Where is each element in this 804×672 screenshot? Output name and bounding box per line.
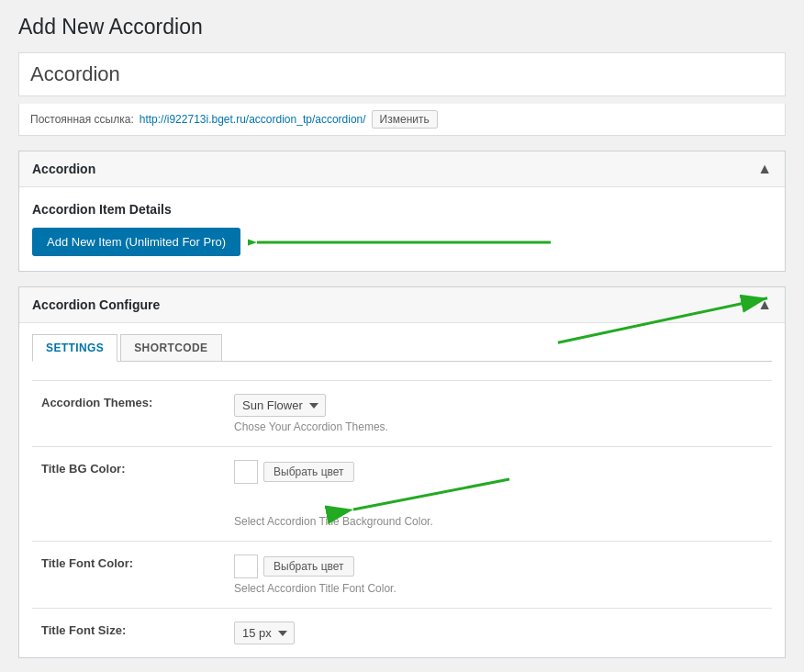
font-color-pick-btn[interactable]: Выбрать цвет — [263, 556, 354, 577]
accordion-panel-header[interactable]: Accordion ▲ — [19, 151, 785, 187]
themes-hint: Chose Your Accordion Themes. — [234, 420, 763, 433]
bg-color-row: Title BG Color: Выбрать цвет — [32, 447, 772, 542]
permalink-label: Постоянная ссылка: — [30, 113, 134, 126]
tab-shortcode[interactable]: SHORTCODE — [120, 334, 221, 361]
page-title: Add New Accordion — [18, 15, 786, 39]
permalink-url[interactable]: http://i922713i.bget.ru/accordion_tp/acc… — [140, 113, 366, 126]
bg-color-label: Title BG Color: — [32, 447, 216, 542]
configure-panel-title: Accordion Configure — [32, 297, 160, 312]
themes-control: Sun Flower Default Blue Green Dark Chose… — [216, 381, 772, 447]
bg-color-swatch — [234, 460, 258, 484]
page-wrapper: Add New Accordion Постоянная ссылка: htt… — [0, 0, 804, 672]
title-input[interactable] — [19, 53, 785, 95]
font-size-row: Title Font Size: 10 px 12 px 13 px 14 px… — [32, 609, 772, 658]
configure-panel-header[interactable]: Accordion Configure ▲ — [19, 287, 785, 323]
title-input-box — [18, 52, 786, 96]
bg-color-pick-row: Выбрать цвет — [234, 460, 763, 484]
add-new-item-btn[interactable]: Add New Item (Unlimited For Pro) — [32, 228, 240, 256]
themes-select[interactable]: Sun Flower Default Blue Green Dark — [234, 394, 326, 417]
permalink-change-btn[interactable]: Изменить — [372, 110, 438, 129]
font-color-row: Title Font Color: Выбрать цвет Select Ac… — [32, 542, 772, 609]
themes-row: Accordion Themes: Sun Flower Default Blu… — [32, 381, 772, 447]
font-color-control: Выбрать цвет Select Accordion Title Font… — [216, 542, 772, 609]
accordion-panel: Accordion ▲ Accordion Item Details Add N… — [18, 151, 786, 272]
configure-panel-body: SETTINGS SHORTCODE Accordion Themes: Sun… — [19, 323, 785, 657]
tabs-row: SETTINGS SHORTCODE — [32, 334, 772, 362]
bg-color-pick-btn[interactable]: Выбрать цвет — [263, 462, 354, 482]
bg-color-hint: Select Accordion Title Background Color. — [234, 515, 763, 528]
font-color-pick-row: Выбрать цвет — [234, 554, 763, 578]
svg-line-5 — [353, 479, 509, 510]
accordion-panel-body: Accordion Item Details Add New Item (Unl… — [19, 187, 785, 271]
item-details-label: Accordion Item Details — [32, 202, 772, 217]
font-size-label: Title Font Size: — [32, 609, 216, 658]
accordion-panel-toggle-icon[interactable]: ▲ — [757, 161, 772, 177]
accordion-panel-title: Accordion — [32, 162, 95, 176]
configure-panel: Accordion Configure ▲ SETTINGS — [18, 286, 786, 658]
font-size-control: 10 px 12 px 13 px 14 px 15 px 16 px 18 p… — [216, 609, 772, 658]
themes-label: Accordion Themes: — [32, 381, 216, 447]
add-item-row: Add New Item (Unlimited For Pro) — [32, 228, 772, 256]
tab-settings[interactable]: SETTINGS — [32, 334, 117, 362]
permalink-bar: Постоянная ссылка: http://i922713i.bget.… — [18, 104, 786, 136]
arrow-3-container — [234, 484, 763, 511]
configure-panel-toggle-icon[interactable]: ▲ — [757, 297, 772, 313]
settings-table: Accordion Themes: Sun Flower Default Blu… — [32, 380, 772, 657]
arrow-1-svg — [248, 229, 560, 256]
font-size-select[interactable]: 10 px 12 px 13 px 14 px 15 px 16 px 18 p… — [234, 622, 295, 644]
font-color-hint: Select Accordion Title Font Color. — [234, 582, 763, 595]
font-color-label: Title Font Color: — [32, 542, 216, 609]
font-color-swatch — [234, 554, 258, 578]
bg-color-control: Выбрать цвет — [216, 447, 772, 542]
